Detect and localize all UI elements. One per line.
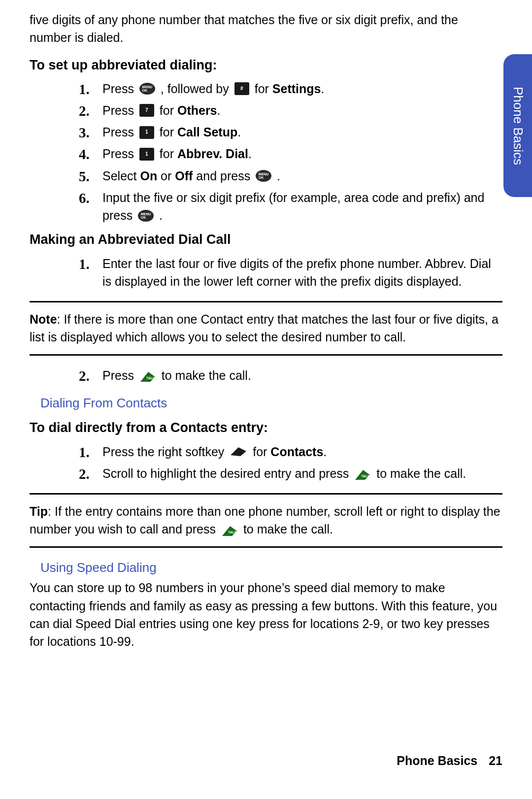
setup-step-3: 3. Press 1 for Call Setup.	[79, 123, 502, 141]
step-text: to make the call.	[376, 466, 466, 480]
one-key-icon: 1	[139, 148, 154, 161]
step-text: Scroll to highlight the desired entry an…	[102, 466, 352, 480]
step-number: 1.	[79, 442, 90, 463]
talk-key-icon: TALK	[221, 524, 238, 535]
setup-step-5: 5. Select On or Off and press MENUOK .	[79, 167, 502, 185]
setup-step-2: 2. Press 7 for Others.	[79, 101, 502, 119]
tip-text: to make the call.	[243, 522, 333, 536]
menu-ok-icon: MENUOK	[139, 83, 155, 95]
step-text: or	[161, 169, 175, 183]
step-number: 6.	[79, 188, 90, 208]
step-number: 3.	[79, 122, 90, 143]
step-number: 4.	[79, 144, 90, 165]
setup-step-1: 1. Press MENUOK , followed by # for Sett…	[79, 80, 502, 98]
step-text: and press	[196, 169, 254, 183]
note-label: Note	[30, 312, 57, 326]
step-target: Settings	[272, 82, 321, 96]
speed-body: You can store up to 98 numbers in your p…	[30, 579, 502, 650]
step-text: .	[323, 445, 327, 459]
step-text: for	[160, 125, 177, 139]
step-text: .	[217, 103, 221, 117]
step-text: .	[248, 147, 252, 161]
step-text: Press the right softkey	[102, 445, 228, 459]
making-steps-2: 2. Press TALK to make the call.	[30, 366, 502, 384]
step-text: .	[321, 82, 324, 96]
step-text: Press	[102, 147, 137, 161]
seven-key-icon: 7	[139, 104, 154, 117]
hash-key-icon: #	[234, 82, 249, 95]
menu-ok-icon: MENUOK	[256, 170, 271, 182]
menu-ok-icon: MENUOK	[138, 210, 154, 222]
dial-step-1: 1. Press the right softkey for Contacts.	[79, 443, 502, 461]
step-target: Call Setup	[177, 125, 237, 139]
one-key-icon: 1	[139, 126, 154, 139]
step-target: Contacts	[270, 445, 323, 459]
step-text: , followed by	[161, 82, 233, 96]
svg-text:TALK: TALK	[228, 531, 237, 534]
step-text: for	[160, 103, 177, 117]
dial-steps: 1. Press the right softkey for Contacts.…	[30, 443, 502, 483]
side-tab: Phone Basics	[503, 54, 532, 197]
step-text: .	[277, 169, 280, 183]
step-text: Press	[102, 125, 137, 139]
step-number: 1.	[79, 254, 90, 274]
note-block: Note: If there is more than one Contact …	[30, 301, 502, 356]
step-number: 5.	[79, 166, 90, 187]
talk-key-icon: TALK	[139, 369, 156, 381]
setup-step-4: 4. Press 1 for Abbrev. Dial.	[79, 145, 502, 163]
step-text: for	[160, 147, 177, 161]
step-number: 2.	[79, 464, 90, 484]
step-off: Off	[175, 169, 193, 183]
heading-dial: To dial directly from a Contacts entry:	[30, 418, 502, 437]
page-footer: Phone Basics 21	[397, 752, 502, 769]
step-text: Press	[102, 368, 137, 382]
svg-text:TALK: TALK	[146, 376, 155, 380]
tip-block: Tip: If the entry contains more than one…	[30, 493, 502, 548]
intro-text: five digits of any phone number that mat…	[30, 11, 502, 47]
note-body: : If there is more than one Contact entr…	[30, 312, 499, 344]
step-number: 2.	[79, 100, 90, 121]
step-text: Press	[102, 103, 137, 117]
right-softkey-icon	[230, 446, 247, 457]
side-tab-label: Phone Basics	[508, 87, 527, 165]
svg-text:TALK: TALK	[361, 474, 370, 478]
footer-page-number: 21	[489, 754, 502, 767]
step-target: Others	[177, 103, 217, 117]
step-text: for	[255, 82, 272, 96]
step-number: 2.	[79, 366, 90, 386]
step-on: On	[140, 169, 157, 183]
tip-label: Tip	[30, 504, 48, 518]
dial-step-2: 2. Scroll to highlight the desired entry…	[79, 465, 502, 482]
section-contacts: Dialing From Contacts	[40, 394, 502, 413]
step-text: Enter the last four or five digits of th…	[102, 257, 491, 288]
step-target: Abbrev. Dial	[177, 147, 248, 161]
heading-making: Making an Abbreviated Dial Call	[30, 230, 502, 249]
step-text: to make the call.	[162, 368, 251, 382]
talk-key-icon: TALK	[354, 467, 371, 479]
page-content: five digits of any phone number that mat…	[0, 0, 532, 670]
making-step-1: 1. Enter the last four or five digits of…	[79, 255, 502, 291]
footer-section: Phone Basics	[397, 754, 477, 767]
making-step-2: 2. Press TALK to make the call.	[79, 366, 502, 384]
section-speed: Using Speed Dialing	[40, 559, 502, 577]
step-text: .	[159, 208, 163, 222]
setup-steps: 1. Press MENUOK , followed by # for Sett…	[30, 80, 502, 225]
step-text: Press	[102, 82, 137, 96]
step-text: Select	[102, 169, 140, 183]
step-text: .	[237, 125, 241, 139]
step-number: 1.	[79, 79, 90, 100]
step-text: for	[253, 445, 270, 459]
setup-step-6: 6. Input the five or six digit prefix (f…	[79, 189, 502, 225]
heading-setup: To set up abbreviated dialing:	[30, 56, 502, 75]
making-steps: 1. Enter the last four or five digits of…	[30, 255, 502, 291]
